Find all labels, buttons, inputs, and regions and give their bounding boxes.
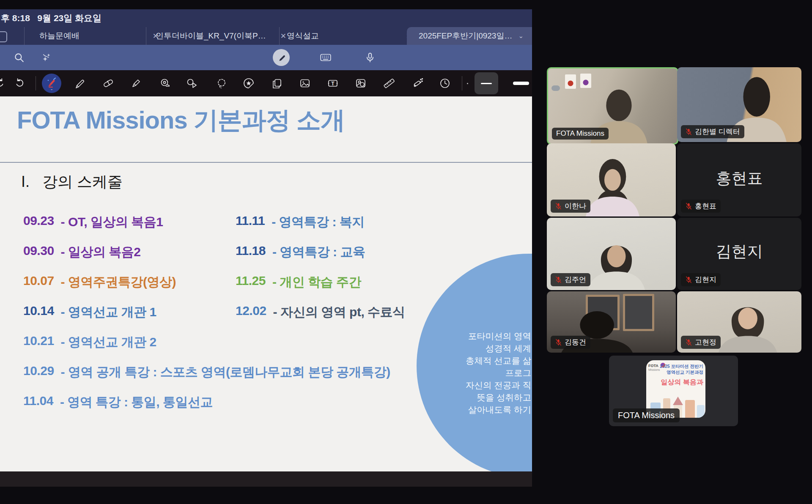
- schedule-item: 10.29- 영역 공개 특강 : 스포츠 영역(로뎀나무교회 본당 공개특강): [23, 364, 390, 381]
- schedule-item: 10.07- 영역주권특강(영상): [23, 274, 176, 291]
- poster-line-2: 영역선교 기본과정: [667, 370, 703, 375]
- sparkle-icon[interactable]: [39, 45, 54, 70]
- video-tile-fota-thumbnail[interactable]: FOTA Missions 2025 포타미션 전반기 영역선교 기본과정 일상…: [609, 356, 738, 426]
- slide-title: FOTA Missions 기본과정 소개: [17, 104, 345, 137]
- laser-pointer-icon[interactable]: [411, 70, 424, 96]
- fota-logo-text: FOTA: [648, 364, 658, 368]
- tab-3[interactable]: 영식설교 ✕: [279, 27, 414, 45]
- schedule-item: 11.11- 영역특강 : 복지: [236, 214, 365, 231]
- schedule-item: 12.02- 자신의 영역 pt, 수료식: [236, 304, 405, 321]
- participant-name-tag: 김주언: [551, 273, 590, 286]
- muted-mic-icon: [685, 128, 692, 135]
- tab-bar: 하늘문예배 ✕ 인투더바이블_KR_V7(이북P… ✕ 영식설교 ✕ 2025F…: [0, 27, 532, 45]
- schedule-item: 11.04- 영역 특강 : 통일, 통일선교: [23, 394, 213, 411]
- annotate-pen-button[interactable]: [273, 49, 290, 66]
- participant-center-name: 김현지: [677, 241, 801, 262]
- schedule-item: 09.23- OT, 일상의 복음1: [23, 214, 163, 231]
- schedule-item: 11.25- 개인 학습 주간: [236, 274, 361, 291]
- ruler-icon[interactable]: [382, 70, 396, 96]
- image-search-icon[interactable]: [354, 70, 368, 96]
- stroke-size-thick-button[interactable]: [513, 82, 529, 85]
- schedule-item: 10.21- 영역선교 개관 2: [23, 334, 156, 351]
- participant-name-tag: 홍현표: [681, 200, 721, 213]
- fota-logo-subtext: Missions: [648, 368, 660, 371]
- text-tool-icon[interactable]: T: [326, 70, 340, 96]
- poster-roof: [673, 397, 683, 405]
- tab-label: 인투더바이블_KR_V7(이북P…: [156, 30, 266, 41]
- eraser-icon[interactable]: [102, 70, 115, 96]
- sticker-icon[interactable]: [242, 70, 255, 96]
- wall-frame: [580, 74, 591, 88]
- muted-mic-icon: [685, 339, 692, 346]
- participant-name-tag: 고현정: [681, 336, 721, 349]
- keyboard-icon[interactable]: [318, 45, 333, 70]
- muted-mic-icon: [685, 276, 692, 283]
- poster-building: [685, 400, 695, 418]
- pages-icon[interactable]: [270, 70, 284, 96]
- video-tile-kimjueon[interactable]: 김주언: [547, 218, 676, 290]
- schedule-item: 11.18- 영역특강 : 교육: [236, 244, 365, 261]
- zoom-meeting-window: 후 8:18 9월 23일 화요일 하늘문예배 ✕ 인투더바이블_KR_V7(이…: [0, 0, 812, 504]
- participant-name-tag: FOTA Missions: [613, 408, 680, 422]
- thin-line-icon: [481, 83, 492, 84]
- video-tile-gohyunjeong[interactable]: 고현정: [677, 291, 801, 353]
- redo-icon[interactable]: [13, 70, 26, 96]
- poster-building: [697, 405, 705, 418]
- tab-1[interactable]: 하늘문예배 ✕: [24, 27, 161, 45]
- size-dot-icon[interactable]: [467, 83, 468, 84]
- video-tile-fota-missions[interactable]: FOTA Missions: [547, 67, 678, 145]
- video-tile-kimhyunji[interactable]: 김현지 김현지: [677, 218, 801, 290]
- shared-screen-bottom-strip: [0, 471, 532, 487]
- schedule-item: 09.30- 일상의 복음2: [23, 244, 140, 261]
- video-tile-honghyunpyo[interactable]: 홍현표 홍현표: [677, 143, 801, 216]
- chevron-down-icon: ⌄: [50, 88, 53, 90]
- tab-label: 하늘문예배: [39, 30, 80, 41]
- timer-icon[interactable]: [438, 70, 452, 96]
- stroke-size-thin-button[interactable]: [475, 72, 498, 94]
- svg-text:T: T: [331, 81, 335, 87]
- muted-mic-icon: [555, 339, 562, 346]
- toolbar-divider: [462, 76, 462, 90]
- microphone-icon[interactable]: [363, 45, 377, 70]
- sidebar-icon[interactable]: [0, 31, 7, 42]
- mac-menu-bar: 후 8:18 9월 23일 화요일: [0, 9, 532, 27]
- circle-caption: 포타미션의 영역 성경적 세계 총체적 선교를 삶 프로그 자신의 전공과 직 …: [349, 330, 531, 416]
- browser-toolbar: [0, 45, 532, 70]
- toolbar-divider: [36, 76, 36, 90]
- presentation-slide: FOTA Missions 기본과정 소개 I. 강의 스케줄 09.23- O…: [0, 96, 532, 471]
- undo-icon[interactable]: [0, 70, 7, 96]
- tab-2[interactable]: 인투더바이블_KR_V7(이북P… ✕: [146, 27, 289, 45]
- schedule-item: 10.14- 영역선교 개관 1: [23, 304, 156, 321]
- menu-bar-clock: 후 8:18 9월 23일 화요일: [1, 9, 102, 27]
- participant-name-tag: 이한나: [551, 200, 590, 213]
- muted-mic-icon: [555, 276, 562, 283]
- brush-tool-selected[interactable]: ⌄: [42, 74, 61, 93]
- participant-name-tag: 김한별 디렉터: [681, 125, 744, 138]
- slide-section-heading: I. 강의 스케줄: [21, 172, 123, 192]
- lasso-icon[interactable]: [215, 70, 228, 96]
- muted-mic-icon: [685, 203, 692, 210]
- person-silhouette: [709, 294, 786, 353]
- video-tile-kimhanbyeol[interactable]: 김한별 디렉터: [677, 67, 801, 142]
- tab-label: 영식설교: [287, 30, 319, 41]
- poster-line-3: 일상의 복음과: [661, 378, 703, 387]
- poster-line-1: 2025 포타미션 전반기: [660, 364, 703, 370]
- participant-center-name: 홍현표: [677, 168, 801, 189]
- pencil-icon[interactable]: [73, 70, 86, 96]
- participant-name-tag: FOTA Missions: [552, 128, 609, 140]
- highlighter-icon[interactable]: [129, 70, 143, 96]
- annotation-toolbar: ⌄: [0, 70, 532, 96]
- video-tile-leehanna[interactable]: 이한나: [547, 143, 676, 216]
- tab-label: 2025FEP후반기|0923일…: [419, 30, 512, 41]
- search-icon[interactable]: [12, 45, 26, 70]
- wall-frame: [565, 74, 576, 89]
- tab-4-active[interactable]: 2025FEP후반기|0923일… ⌄ ✕: [407, 27, 532, 45]
- chevron-down-icon[interactable]: ⌄: [518, 32, 524, 40]
- shapes-icon[interactable]: [185, 70, 198, 96]
- title-divider: [0, 162, 532, 163]
- tape-tool-icon[interactable]: [158, 70, 172, 96]
- muted-mic-icon: [555, 203, 562, 210]
- desk-lamp: [551, 85, 560, 91]
- video-tile-kimdonggeon[interactable]: 김동건: [547, 291, 676, 353]
- image-icon[interactable]: [298, 70, 312, 96]
